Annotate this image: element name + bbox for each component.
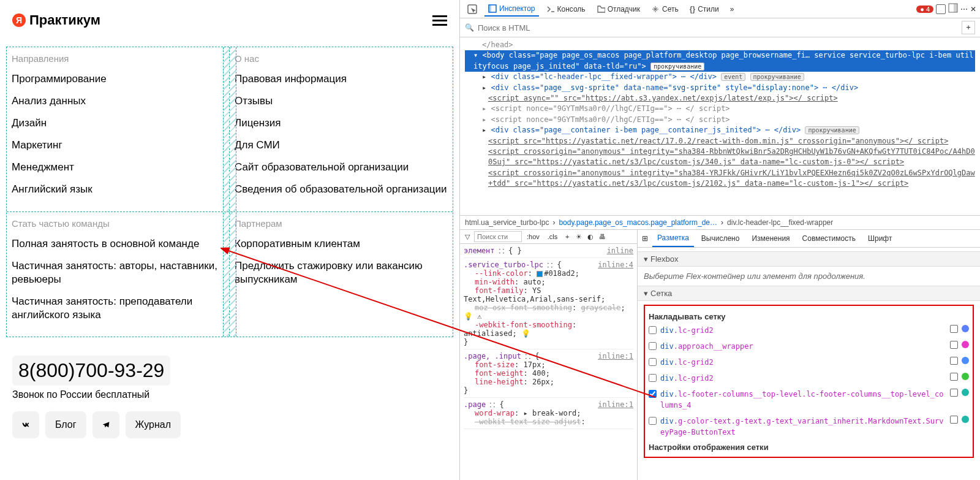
logo-text: Практикум [29,12,100,28]
grid-toggle-icon[interactable] [950,416,958,424]
grid-overlay-item-checked[interactable]: div.lc-footer-columns__top-level.lc-foot… [649,386,969,413]
footer-link[interactable]: Частичная занятость: преподаватели англи… [12,295,224,322]
grid-overlay-item[interactable]: div.g-color-text.g-text.g-text_variant_i… [649,413,969,440]
devtools-tabs: Инспектор Консоль Отладчик Сеть {}Стили … [460,0,980,18]
responsive-icon[interactable] [936,4,946,14]
html-search-input[interactable] [478,23,958,32]
grid-overlay-item[interactable]: div.lc-grid2 [649,354,969,370]
add-element-button[interactable]: + [962,21,975,34]
phone-number[interactable]: 8(800)700-93-29 [12,356,170,386]
dom-node[interactable]: </head> [465,40,975,50]
tab-console[interactable]: Консоль [543,2,589,16]
dom-node[interactable]: ▸ <div class="page__container i-bem page… [465,125,975,135]
footer-link[interactable]: Для СМИ [235,139,448,152]
footer-col-partners: Партнерам Корпоративным клиентам Предлож… [230,212,453,337]
color-swatch[interactable] [962,416,969,423]
styles-search-input[interactable] [474,231,522,242]
dom-node[interactable]: <script crossorigin="anonymous" integrit… [465,168,975,189]
footer-link[interactable]: Корпоративным клиентам [235,237,448,251]
breadcrumb-item[interactable]: div.lc-header-lpc__fixed-wrapper [727,218,833,227]
tab-styles[interactable]: {}Стили [686,2,723,16]
telegram-button[interactable] [92,411,119,438]
grid-toggle-icon[interactable] [950,357,958,365]
footer-link[interactable]: Английский язык [12,183,224,196]
tab-inspector[interactable]: Инспектор [484,2,539,17]
breadcrumb-item[interactable]: body.page.page_os_macos.page_platform_de… [559,218,717,227]
blog-button[interactable]: Блог [45,411,86,438]
footer-link[interactable]: Предложить стажировку или вакансию выпус… [235,259,448,286]
color-swatch[interactable] [962,357,969,364]
flexbox-section-head[interactable]: ▾ Flexbox [638,251,980,267]
grid-toggle-icon[interactable] [950,373,958,381]
tab-compat[interactable]: Совместимость [797,230,861,246]
grid-checkbox[interactable] [649,358,657,366]
vk-button[interactable] [12,411,39,438]
footer-link[interactable]: Частичная занятость: авторы, наставники,… [12,259,224,286]
grid-overlay-item[interactable]: div.approach__wrapper [649,338,969,354]
dom-node[interactable]: ▸ <script nonce="9GYTmMsa0r0//lhgC/ETIg=… [465,104,975,114]
color-swatch[interactable] [962,341,969,348]
footer-link[interactable]: Сайт образовательной организации [235,161,448,174]
footer-link[interactable]: Лицензия [235,116,448,130]
grid-checkbox[interactable] [649,390,657,398]
light-mode-icon[interactable]: ☀ [574,232,584,242]
grid-checkbox[interactable] [649,417,657,425]
tab-changes[interactable]: Изменения [747,230,794,246]
footer-link[interactable]: Менеджмент [12,161,224,174]
cls-toggle[interactable]: .cls [545,231,561,242]
css-rules[interactable]: inline элемент ⸬ { } inline:4 .service_t… [460,244,637,480]
hov-toggle[interactable]: :hov [524,231,543,242]
grid-toggle-icon[interactable] [950,325,958,333]
dom-node[interactable]: ▸ <div class="page__svg-sprite" data-nam… [465,83,975,93]
dom-tree[interactable]: </head> ▾ <body class="page page_os_maco… [460,37,980,215]
color-swatch[interactable] [962,373,969,380]
tab-layout[interactable]: Разметка [652,230,694,247]
dom-node[interactable]: ▸ <script nonce="9GYTmMsa0r0//lhgC/ETIg=… [465,115,975,125]
print-icon[interactable]: 🖶 [597,232,607,242]
contrast-icon[interactable]: ◐ [586,232,595,242]
grid-overlay-item[interactable]: div.lc-grid2 [649,370,969,386]
grid-toggle-icon[interactable] [950,341,958,349]
error-badge[interactable]: ● 4 [916,6,933,13]
breadcrumb-item[interactable]: html.ua_service_turbo-lpc [465,218,549,227]
close-icon[interactable]: ✕ [970,5,976,13]
tab-fonts[interactable]: Шрифт [863,230,897,246]
dom-node[interactable]: ▸ <div class="lc-header-lpc__fixed-wrapp… [465,72,975,82]
grid-settings-heading: Настройки отображения сетки [649,440,969,453]
element-picker-icon[interactable] [464,2,481,17]
grid-checkbox[interactable] [649,326,657,334]
dom-node[interactable]: <script async="" src="https://abt.s3.yan… [465,93,975,104]
dom-node-selected[interactable]: ▾ <body class="page page_os_macos page_p… [465,50,975,72]
hamburger-menu-icon[interactable] [432,15,447,26]
grid-toggle-icon[interactable] [950,389,958,397]
tab-network[interactable]: Сеть [647,2,682,16]
tabs-more-icon[interactable]: » [726,2,738,16]
dom-node[interactable]: <script src="https://yastatic.net/react/… [465,136,975,147]
dock-icon[interactable] [948,3,958,15]
layout-expand-icon[interactable]: ⊞ [640,234,650,243]
footer-link[interactable]: Программирование [12,72,224,86]
footer-link[interactable]: Полная занятость в основной команде [12,237,224,251]
grid-checkbox[interactable] [649,374,657,382]
page-header: Я Практикум [6,12,453,47]
tab-computed[interactable]: Вычислено [696,230,745,246]
grid-overlay-item[interactable]: div.lc-grid2 [649,322,969,338]
footer-link[interactable]: Дизайн [12,116,224,130]
footer-link[interactable]: Правовая информация [235,72,448,86]
dom-breadcrumb[interactable]: html.ua_service_turbo-lpc › body.page.pa… [460,215,980,230]
tab-debugger[interactable]: Отладчик [593,2,644,16]
footer-link[interactable]: Маркетинг [12,139,224,152]
more-icon[interactable]: ⋯ [960,5,968,13]
grid-section-head[interactable]: ▾ Сетка [638,286,980,301]
color-swatch[interactable] [962,389,969,396]
grid-checkbox[interactable] [649,342,657,350]
site-logo[interactable]: Я Практикум [12,12,100,28]
footer-link[interactable]: Анализ данных [12,94,224,108]
dom-node[interactable]: <script crossorigin="anonymous" integrit… [465,147,975,168]
footer-link[interactable]: Сведения об образовательной организации [235,183,448,196]
add-rule-icon[interactable]: + [562,232,572,242]
color-swatch[interactable] [962,325,969,332]
phone-block: 8(800)700-93-29 Звонок по России бесплат… [6,356,453,400]
footer-link[interactable]: Отзывы [235,94,448,108]
journal-button[interactable]: Журнал [126,411,181,438]
